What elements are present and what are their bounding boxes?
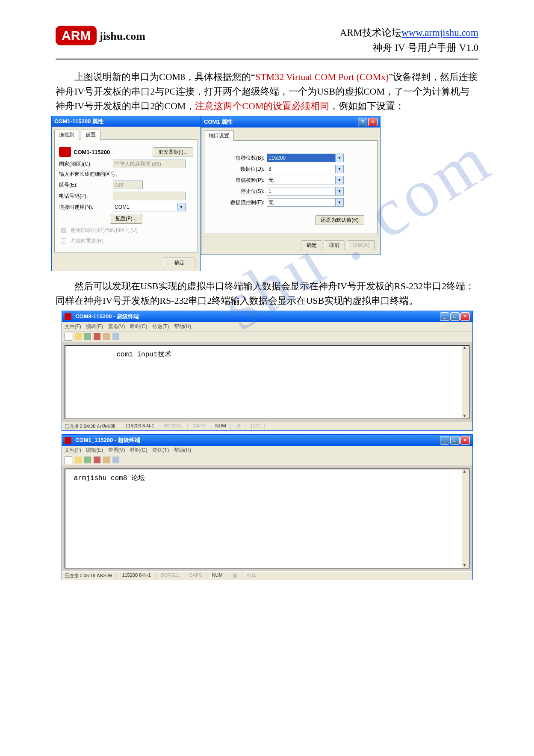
term2-text: armjishu com8 论坛 [74,474,460,483]
status-conn: 已连接 0:05:19 ANSIW [65,572,117,579]
minimize-icon[interactable]: _ [440,436,449,445]
databits-combo[interactable]: ▼ [267,165,344,173]
close-icon[interactable]: × [460,436,470,445]
disconnect-icon[interactable] [94,333,100,340]
connect-icon[interactable] [84,333,91,340]
country-field [113,160,186,168]
change-icon-button[interactable]: 更改图标(I)... [153,147,193,157]
status-scroll: SCROLL [161,572,184,579]
chevron-down-icon[interactable]: ▼ [335,165,344,173]
close-icon[interactable]: × [460,312,470,321]
open-icon[interactable] [75,457,82,463]
menu-file[interactable]: 文件(F) [65,323,81,329]
chevron-down-icon[interactable]: ▼ [335,187,344,196]
redial-checkbox [61,238,66,244]
term1-content-area[interactable]: com1 input技术 [65,345,470,419]
close-icon[interactable]: × [368,118,378,126]
menu-view[interactable]: 查看(V) [108,447,125,453]
term2-menubar[interactable]: 文件(F) 编辑(E) 查看(V) 呼叫(C) 传送(T) 帮助(H) [62,446,472,455]
send-icon[interactable] [103,457,110,463]
connect-using-label: 连接时使用(N): [59,204,110,211]
term2-toolbar[interactable] [62,455,472,466]
p1-seg5: ，例如如下设置： [329,101,404,111]
menu-call[interactable]: 呼叫(C) [130,447,148,453]
parity-combo[interactable]: ▼ [267,176,344,184]
dlg1-title: COM1-115200 属性 [54,118,103,125]
use-country-code-checkbox [61,228,66,233]
dlg1-conn-name: COM1-115200 [74,149,150,155]
dlg1-tab-settings[interactable]: 设置 [81,130,100,140]
dlg2-cancel-button[interactable]: 取消 [324,240,345,250]
menu-edit[interactable]: 编辑(E) [86,323,103,329]
p1-seg1: 上图说明新的串口为COM8，具体根据您的“ [74,71,255,82]
p1-seg2: STM32 Virtual COM Port (COMx) [255,71,389,82]
databits-value[interactable] [267,165,335,173]
restore-defaults-button[interactable]: 还原为默认值(R) [315,215,364,225]
menu-edit[interactable]: 编辑(E) [86,447,103,453]
stopbits-label: 停止位(S): [217,188,264,195]
dlg2-titlebar[interactable]: COM1 属性 ? × [201,116,380,127]
status-params: 115200 8-N-1 [125,423,159,430]
dlg1-tab-connect[interactable]: 连接到 [54,130,79,140]
chk1-label: 使用国家(地区)代码和区号(U) [71,227,138,234]
menu-file[interactable]: 文件(F) [65,447,81,453]
menu-transfer[interactable]: 传送(T) [152,447,169,453]
baud-label: 每秒位数(B): [217,154,264,162]
dlg2-ok-button[interactable]: 确定 [301,240,322,250]
term2-content-area[interactable]: armjishu com8 论坛 [65,468,470,569]
header-forum-line: ARM技术论坛www.armjishu.com [340,26,478,41]
baud-value[interactable] [267,154,335,162]
help-icon[interactable]: ? [358,118,367,126]
terminal-com1: COM1_115200 - 超级终端 _ □ × 文件(F) 编辑(E) 查看(… [62,434,473,580]
chevron-down-icon[interactable]: ▼ [335,176,344,184]
status-print: 打印 [251,423,265,430]
forum-url-link[interactable]: www.armjishu.com [401,27,478,38]
p1-seg4: 注意这两个COM的设置必须相同 [195,101,329,111]
minimize-icon[interactable]: _ [440,312,449,321]
properties-icon[interactable] [112,333,119,340]
forum-label: ARM技术论坛 [340,27,401,38]
open-icon[interactable] [75,333,82,340]
chevron-down-icon[interactable]: ▼ [335,198,344,207]
term1-title: COM8-115200 - 超级终端 [75,313,139,320]
maximize-icon[interactable]: □ [450,312,460,321]
flow-value[interactable] [267,198,335,207]
logo-tail: jishu.com [99,30,145,42]
scrollbar-vertical[interactable] [462,346,469,418]
menu-help[interactable]: 帮助(H) [174,447,192,453]
send-icon[interactable] [103,333,110,340]
status-scroll: SCROLL [164,423,188,430]
dlg1-titlebar[interactable]: COM1-115200 属性 [52,116,201,127]
parity-value[interactable] [267,176,335,184]
dlg1-ok-button[interactable]: 确定 [164,258,195,268]
menu-view[interactable]: 查看(V) [108,323,125,329]
logo-bubble: ARM [56,26,97,45]
menu-call[interactable]: 呼叫(C) [130,323,148,329]
maximize-icon[interactable]: □ [450,436,460,445]
term2-titlebar[interactable]: COM1_115200 - 超级终端 _ □ × [62,435,472,446]
menu-help[interactable]: 帮助(H) [174,323,192,329]
term1-titlebar[interactable]: COM8-115200 - 超级终端 _ □ × [62,311,472,322]
term1-toolbar[interactable] [62,332,472,342]
terminal-com8: COM8-115200 - 超级终端 _ □ × 文件(F) 编辑(E) 查看(… [62,311,473,431]
connect-using-combo[interactable]: ▼ [113,203,186,211]
flow-label: 数据流控制(F): [217,199,264,206]
flow-combo[interactable]: ▼ [267,198,344,207]
stopbits-combo[interactable]: ▼ [267,187,344,196]
new-icon[interactable] [65,457,72,464]
baud-combo[interactable]: ▼ [267,154,344,162]
connect-using-value[interactable] [113,203,177,211]
new-icon[interactable] [65,333,72,341]
disconnect-icon[interactable] [94,457,100,463]
properties-icon[interactable] [112,457,119,463]
scrollbar-vertical[interactable] [462,469,469,568]
stopbits-value[interactable] [267,187,335,196]
dlg2-tab-port[interactable]: 端口设置 [204,130,234,141]
paragraph-1: 上图说明新的串口为COM8，具体根据您的“STM32 Virtual COM P… [56,70,478,113]
menu-transfer[interactable]: 传送(T) [152,323,169,329]
connect-icon[interactable] [84,457,91,463]
chevron-down-icon[interactable]: ▼ [177,203,186,211]
config-button[interactable]: 配置(F)... [110,214,142,224]
term1-menubar[interactable]: 文件(F) 编辑(E) 查看(V) 呼叫(C) 传送(T) 帮助(H) [62,322,472,332]
chevron-down-icon[interactable]: ▼ [335,154,344,162]
